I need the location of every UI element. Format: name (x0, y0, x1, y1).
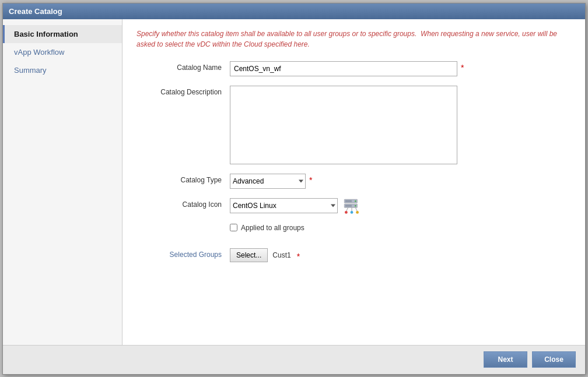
server-icon (342, 198, 361, 214)
applied-to-groups-row: Applied to all groups (230, 224, 571, 240)
group-tag: Cust1 (272, 251, 290, 259)
catalog-description-row: Catalog Description (136, 86, 571, 164)
svg-line-6 (346, 207, 348, 211)
catalog-name-required: * (461, 61, 464, 72)
catalog-icon-row: Catalog Icon CentOS Linux Windows Ubuntu… (136, 198, 571, 214)
description-part1: Specify whether this catalog item shall … (136, 30, 557, 48)
catalog-icon-select[interactable]: CentOS Linux Windows Ubuntu RedHat (230, 198, 338, 213)
catalog-icon-label: Catalog Icon (136, 198, 230, 209)
sidebar-item-vapp-workflow[interactable]: vApp Workflow (3, 43, 122, 61)
catalog-name-row: Catalog Name * (136, 61, 571, 76)
catalog-name-input[interactable] (230, 61, 457, 76)
selected-groups-field: Select... Cust1 * (230, 248, 571, 262)
catalog-type-label: Catalog Type (136, 174, 230, 184)
sidebar-item-summary[interactable]: Summary (3, 61, 122, 79)
sidebar-item-label: Summary (14, 66, 47, 75)
catalog-type-field: Advanced Basic Standard * (230, 174, 571, 189)
create-catalog-dialog: Create Catalog Basic Information vApp Wo… (2, 3, 586, 375)
catalog-icon-select-wrapper: CentOS Linux Windows Ubuntu RedHat (230, 198, 338, 213)
dialog-title: Create Catalog (9, 7, 62, 16)
dialog-body: Basic Information vApp Workflow Summary … (3, 19, 585, 345)
catalog-name-field: * (230, 61, 571, 76)
close-button-label: Close (544, 355, 564, 364)
next-button-label: Next (498, 355, 513, 364)
svg-point-2 (355, 200, 356, 202)
svg-point-9 (345, 211, 348, 214)
description-part2: When requesting a new service, user will… (136, 30, 557, 48)
applied-to-groups-checkbox-row: Applied to all groups (230, 224, 304, 232)
description-text: Specify whether this catalog item shall … (136, 29, 571, 50)
select-groups-button-label: Select... (236, 251, 261, 259)
svg-point-11 (356, 211, 359, 214)
selected-groups-label: Selected Groups (136, 248, 230, 259)
applied-to-groups-label: Applied to all groups (241, 224, 304, 232)
close-button[interactable]: Close (532, 351, 576, 368)
svg-rect-5 (345, 205, 352, 206)
svg-point-10 (351, 211, 354, 214)
next-button[interactable]: Next (484, 351, 527, 368)
catalog-icon-field: CentOS Linux Windows Ubuntu RedHat (230, 198, 571, 214)
svg-point-3 (355, 205, 356, 206)
sidebar: Basic Information vApp Workflow Summary (3, 19, 123, 345)
sidebar-item-label: Basic Information (14, 30, 78, 38)
catalog-name-label: Catalog Name (136, 61, 230, 72)
svg-rect-4 (345, 200, 352, 202)
catalog-type-select-wrapper: Advanced Basic Standard (230, 174, 306, 189)
select-groups-button[interactable]: Select... (230, 248, 268, 262)
catalog-type-select[interactable]: Advanced Basic Standard (230, 174, 306, 189)
catalog-description-label: Catalog Description (136, 86, 230, 96)
selected-groups-row: Selected Groups Select... Cust1 * (136, 248, 571, 262)
catalog-description-input[interactable] (230, 86, 457, 164)
svg-line-8 (355, 207, 357, 211)
dialog-titlebar: Create Catalog (3, 3, 585, 19)
catalog-type-required: * (309, 174, 312, 185)
dialog-footer: Next Close (3, 345, 585, 374)
sidebar-item-label: vApp Workflow (14, 48, 64, 57)
main-content: Specify whether this catalog item shall … (123, 19, 585, 345)
catalog-description-field (230, 86, 571, 164)
group-tag-required: * (297, 250, 300, 260)
catalog-type-row: Catalog Type Advanced Basic Standard * (136, 174, 571, 189)
applied-to-groups-checkbox[interactable] (230, 224, 237, 231)
sidebar-item-basic-information[interactable]: Basic Information (3, 25, 122, 43)
